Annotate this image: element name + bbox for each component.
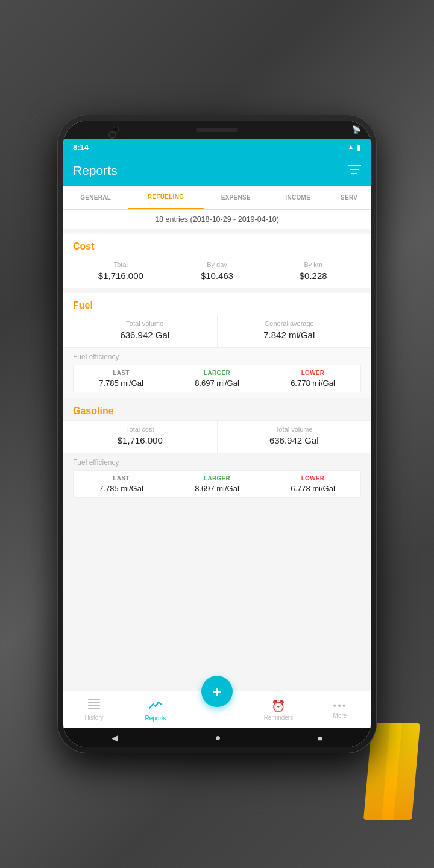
fuel-stats-row: Total volume 636.942 Gal General average… [73,315,361,347]
cost-title: Cost [73,241,361,252]
nav-reminders[interactable]: ⏰ Reminders [248,699,309,721]
gasoline-efficiency: Fuel efficiency LAST 7.785 mi/Gal LARGER… [63,453,371,504]
bottom-nav: + History Reports [63,691,371,728]
back-button[interactable]: ◀ [112,733,118,743]
phone-bottom-bar: ◀ ● ■ [63,728,371,747]
fuel-volume-label: Total volume [126,320,163,327]
gasoline-title: Gasoline [73,406,361,417]
gasoline-eff-last-badge: LAST [113,475,129,482]
fuel-eff-lower: LOWER 6.778 mi/Gal [265,365,360,392]
cost-bykm-label: By km [304,261,322,268]
reminders-icon: ⏰ [271,699,286,713]
more-label: More [333,712,347,719]
status-icons: ▲ ▮ [347,143,361,152]
nav-reports[interactable]: Reports [125,699,186,722]
gasoline-eff-lower-value: 6.778 mi/Gal [291,484,335,493]
cost-total-cell: Total $1,716.000 [73,256,169,288]
cost-stats-row: Total $1,716.000 By day $10.463 By km $0… [73,256,361,288]
nav-more[interactable]: ••• More [309,700,371,719]
app-bar-title: Reports [73,163,118,178]
gasoline-eff-larger-value: 8.697 mi/Gal [195,484,239,493]
tab-expense[interactable]: EXPENSE [204,186,268,209]
fuel-eff-last: LAST 7.785 mi/Gal [74,365,169,392]
cost-total-value: $1,716.000 [98,271,143,281]
fuel-efficiency-label: Fuel efficiency [73,353,361,361]
svg-rect-6 [88,708,100,709]
fuel-avg-value: 7.842 mi/Gal [263,330,315,340]
gasoline-volume-cell: Total volume 636.942 Gal [218,421,371,453]
nav-history[interactable]: History [63,699,125,721]
history-icon [88,699,100,713]
reports-label: Reports [145,715,166,722]
gasoline-cost-value: $1,716.000 [118,435,163,445]
cost-byday-cell: By day $10.463 [169,256,266,288]
fuel-avg-cell: General average 7.842 mi/Gal [218,315,362,347]
gasoline-cost-label: Total cost [126,426,154,433]
signal-icon: ▲ [347,143,354,151]
main-content: 18 entries (2018-10-29 - 2019-04-10) Cos… [63,210,371,691]
gasoline-volume-value: 636.942 Gal [269,435,319,445]
tab-service[interactable]: SERV [327,186,371,209]
tab-refueling[interactable]: REFUELING [128,186,203,209]
history-label: History [84,714,103,721]
filter-icon[interactable] [348,163,361,178]
reminders-label: Reminders [264,714,293,721]
gasoline-eff-last: LAST 7.785 mi/Gal [74,471,169,497]
fuel-eff-lower-badge: LOWER [301,370,325,376]
cost-byday-label: By day [207,261,227,268]
fab-icon: + [212,682,221,701]
app-bar: Reports [63,156,371,186]
fuel-title: Fuel [73,300,361,311]
gasoline-section: Gasoline Total cost $1,716.000 Total vol… [63,398,371,504]
gasoline-eff-lower-badge: LOWER [301,475,325,482]
cost-section: Cost Total $1,716.000 By day $10.463 By … [63,234,371,288]
svg-rect-3 [88,699,100,700]
battery-icon: ▮ [357,143,361,152]
fuel-eff-last-badge: LAST [113,370,129,376]
gasoline-eff-larger: LARGER 8.697 mi/Gal [169,471,265,497]
gasoline-eff-larger-badge: LARGER [204,475,230,482]
svg-rect-5 [88,705,100,706]
gasoline-eff-lower: LOWER 6.778 mi/Gal [265,471,360,497]
fuel-eff-larger: LARGER 8.697 mi/Gal [169,365,265,392]
fuel-efficiency: Fuel efficiency LAST 7.785 mi/Gal LARGER… [63,347,371,398]
phone-frame: 📡 8:14 ▲ ▮ Reports [57,115,377,753]
entries-header: 18 entries (2018-10-29 - 2019-04-10) [63,210,371,229]
cost-total-label: Total [114,261,128,268]
tab-income[interactable]: INCOME [268,186,327,209]
status-time: 8:14 [73,143,89,152]
reports-icon [149,699,162,714]
fuel-efficiency-row: LAST 7.785 mi/Gal LARGER 8.697 mi/Gal LO… [73,365,361,392]
recents-button[interactable]: ■ [318,734,322,743]
cost-byday-value: $10.463 [201,271,233,281]
home-button[interactable]: ● [215,732,221,743]
tab-general[interactable]: GENERAL [63,186,128,209]
svg-rect-4 [88,702,100,703]
gasoline-eff-last-value: 7.785 mi/Gal [99,484,143,493]
phone-inner: 📡 8:14 ▲ ▮ Reports [63,121,371,747]
cost-bykm-value: $0.228 [300,271,327,281]
more-icon: ••• [333,700,347,711]
gasoline-efficiency-row: LAST 7.785 mi/Gal LARGER 8.697 mi/Gal LO… [73,470,361,498]
fuel-volume-cell: Total volume 636.942 Gal [73,315,218,347]
status-bar: 8:14 ▲ ▮ [63,139,371,156]
fuel-volume-value: 636.942 Gal [120,330,169,340]
gasoline-efficiency-label: Fuel efficiency [73,458,361,467]
fuel-avg-label: General average [265,320,314,327]
fuel-eff-lower-value: 6.778 mi/Gal [291,379,335,388]
gasoline-cost-cell: Total cost $1,716.000 [63,421,218,453]
gasoline-volume-label: Total volume [275,426,313,433]
gasoline-stats: Total cost $1,716.000 Total volume 636.9… [63,420,371,453]
tabs-bar: GENERAL REFUELING EXPENSE INCOME SERV [63,186,371,210]
fuel-eff-larger-badge: LARGER [204,370,230,376]
fuel-eff-larger-value: 8.697 mi/Gal [195,379,239,388]
fuel-section: Fuel Total volume 636.942 Gal General av… [63,293,371,398]
cost-bykm-cell: By km $0.228 [265,256,361,288]
fuel-eff-last-value: 7.785 mi/Gal [99,379,143,388]
fab-button[interactable]: + [201,676,233,707]
